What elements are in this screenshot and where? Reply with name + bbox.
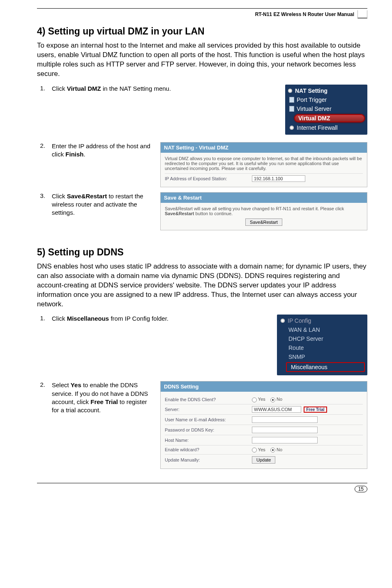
router-icon [357, 10, 367, 18]
menu-item-snmp[interactable]: SNMP [277, 352, 367, 361]
step-num: 3. [37, 192, 45, 199]
menu-item-virtual-server[interactable]: Virtual Server [285, 104, 367, 113]
doc-icon [289, 97, 294, 103]
panel-title: Save & Restart [161, 193, 367, 203]
menu-head: NAT Setting [295, 87, 327, 94]
panel-desc: Virtual DMZ allows you to expose one com… [165, 156, 363, 171]
step-num: 2. [37, 142, 45, 149]
menu-item-route[interactable]: Route [277, 343, 367, 352]
menu-item-dhcp[interactable]: DHCP Server [277, 334, 367, 343]
panel-ddns: DDNS Setting Enable the DDNS Client? Yes… [160, 381, 367, 469]
step-text: Click Save&Restart to restart the wirele… [52, 192, 152, 217]
step-text: Click Miscellaneous from IP Config folde… [52, 315, 168, 323]
menu-item-wan-lan[interactable]: WAN & LAN [277, 325, 367, 334]
server-input[interactable] [252, 406, 301, 413]
label-host: Host Name: [165, 438, 247, 443]
radio-yes[interactable] [252, 448, 257, 452]
doc-icon [289, 106, 294, 112]
panel-save-restart: Save & Restart Save&Restart will save al… [160, 192, 367, 230]
host-input[interactable] [252, 437, 318, 443]
field-label-exposed-ip: IP Address of Exposed Station: [165, 176, 247, 181]
step-num: 1. [37, 315, 45, 322]
gear-icon [289, 125, 294, 130]
enable-ddns-radios[interactable]: Yes No [252, 397, 282, 402]
panel-desc: Save&Restart will save all setting you h… [165, 206, 363, 216]
free-trial-link[interactable]: Free Trial [304, 407, 327, 413]
label-enable-ddns: Enable the DDNS Client? [165, 397, 247, 402]
section4-title: 4) Setting up virtual DMZ in your LAN [37, 26, 367, 37]
menu-item-port-trigger[interactable]: Port Trigger [285, 95, 367, 104]
label-user: User Name or E-mail Address: [165, 417, 247, 422]
section5-intro: DNS enables host who uses static IP addr… [37, 262, 367, 309]
wildcard-radios[interactable]: Yes No [252, 447, 282, 452]
step-text: Click Virtual DMZ in the NAT Setting men… [52, 85, 171, 93]
gear-icon [288, 88, 293, 93]
nat-setting-menu: NAT Setting Port Trigger Virtual Server … [285, 85, 367, 135]
step-num: 2. [37, 381, 45, 388]
step-text: Select Yes to enable the DDNS service. I… [52, 381, 152, 414]
user-input[interactable] [252, 416, 318, 423]
save-restart-button[interactable]: Save&Restart [245, 218, 282, 226]
page-number: 15 [355, 486, 367, 492]
section4-intro: To expose an internal host to the Intern… [37, 41, 367, 79]
label-server: Server: [165, 407, 247, 412]
label-update: Update Manually: [165, 457, 247, 462]
header-product: RT-N11 EZ Wireless N Router User Manual [255, 11, 354, 17]
panel-virtual-dmz: NAT Setting - Virtual DMZ Virtual DMZ al… [160, 142, 367, 187]
step-text: Enter the IP address of the host and cli… [52, 142, 152, 159]
label-pass: Password or DDNS Key: [165, 427, 247, 432]
radio-yes[interactable] [252, 397, 257, 402]
menu-item-internet-firewall[interactable]: Internet Firewall [285, 123, 367, 132]
label-wildcard: Enable wildcard? [165, 447, 247, 452]
pass-input[interactable] [252, 427, 318, 433]
panel-title: DDNS Setting [161, 381, 367, 392]
panel-title: NAT Setting - Virtual DMZ [161, 142, 367, 153]
ip-config-menu: IP Config WAN & LAN DHCP Server Route SN… [277, 315, 367, 375]
gear-icon [280, 318, 285, 323]
radio-no[interactable] [270, 448, 275, 452]
exposed-ip-input[interactable] [252, 175, 305, 182]
update-button[interactable]: Update [252, 456, 275, 464]
menu-item-miscellaneous[interactable]: Miscellaneous [286, 362, 365, 372]
step-num: 1. [37, 85, 45, 92]
section5-title: 5) Setting up DDNS [37, 247, 367, 258]
radio-no[interactable] [270, 397, 275, 402]
menu-item-virtual-dmz[interactable]: Virtual DMZ [294, 114, 365, 122]
menu-head: IP Config [288, 317, 311, 324]
